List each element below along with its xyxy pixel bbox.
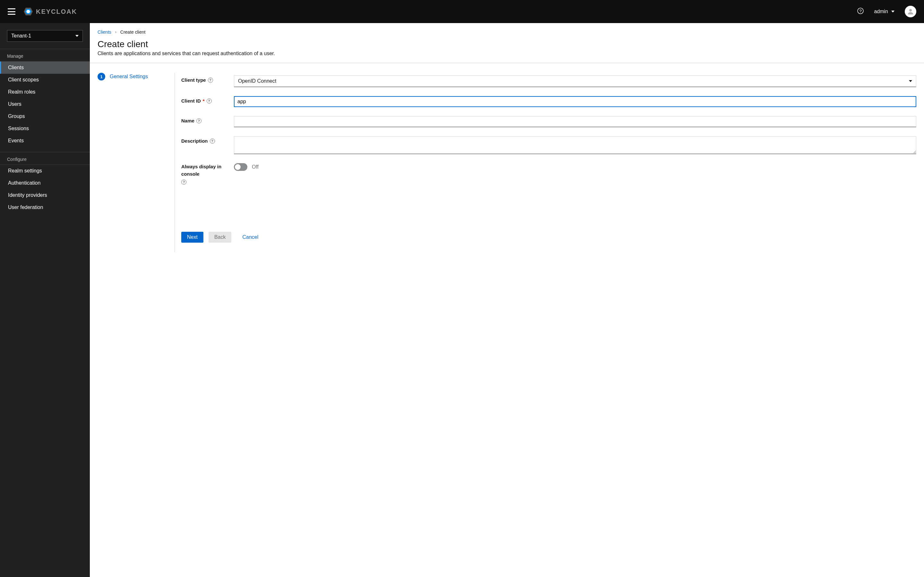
client-id-label: Client ID * ? xyxy=(181,96,233,103)
wizard-nav: 1 General Settings xyxy=(97,73,174,252)
help-icon[interactable]: ? xyxy=(207,98,212,103)
always-display-label: Always display in console ? xyxy=(181,163,233,185)
client-type-select[interactable]: OpenID Connect xyxy=(234,75,916,87)
next-button[interactable]: Next xyxy=(181,232,204,243)
realm-name: Tenant-1 xyxy=(11,33,31,39)
required-indicator: * xyxy=(203,98,205,103)
sidebar-item-sessions[interactable]: Sessions xyxy=(0,122,90,135)
logo[interactable]: KEYCLOAK xyxy=(23,6,77,17)
client-id-input[interactable] xyxy=(234,96,916,107)
sidebar-item-clients[interactable]: Clients xyxy=(0,61,90,74)
chevron-down-icon xyxy=(891,11,895,13)
sidebar-section-manage: Manage xyxy=(0,49,90,61)
sidebar-section-configure: Configure xyxy=(0,152,90,165)
sidebar-item-groups[interactable]: Groups xyxy=(0,110,90,122)
main-content: Clients › Create client Create client Cl… xyxy=(90,23,924,577)
svg-point-5 xyxy=(909,9,912,11)
chevron-down-icon xyxy=(909,80,912,82)
help-icon[interactable]: ? xyxy=(208,77,213,83)
realm-selector[interactable]: Tenant-1 xyxy=(7,30,83,42)
help-icon[interactable]: ? xyxy=(857,8,864,15)
description-label: Description ? xyxy=(181,136,233,143)
sidebar-item-realm-settings[interactable]: Realm settings xyxy=(0,165,90,177)
toggle-state-label: Off xyxy=(252,164,258,170)
breadcrumb-current: Create client xyxy=(120,29,145,35)
wizard-footer: Next Back Cancel xyxy=(181,224,916,243)
sidebar-item-users[interactable]: Users xyxy=(0,98,90,110)
sidebar-item-identity-providers[interactable]: Identity providers xyxy=(0,189,90,201)
page-title: Create client xyxy=(90,37,924,51)
header-right: ? admin xyxy=(857,6,916,17)
keycloak-logo-icon xyxy=(23,6,33,17)
client-type-value: OpenID Connect xyxy=(238,78,276,84)
user-icon xyxy=(907,8,914,15)
client-type-label: Client type ? xyxy=(181,75,233,83)
back-button: Back xyxy=(208,232,232,243)
help-icon[interactable]: ? xyxy=(196,118,202,123)
username-label: admin xyxy=(874,9,888,15)
avatar[interactable] xyxy=(905,6,916,17)
step-number-badge: 1 xyxy=(97,73,105,81)
svg-text:?: ? xyxy=(859,9,862,13)
sidebar-item-realm-roles[interactable]: Realm roles xyxy=(0,86,90,98)
breadcrumb-clients-link[interactable]: Clients xyxy=(97,29,111,35)
chevron-down-icon xyxy=(75,35,79,37)
always-display-toggle[interactable] xyxy=(234,163,247,171)
name-label: Name ? xyxy=(181,116,233,123)
description-input[interactable] xyxy=(234,136,916,154)
name-input[interactable] xyxy=(234,116,916,127)
sidebar: Tenant-1 Manage Clients Client scopes Re… xyxy=(0,23,90,577)
page-description: Clients are applications and services th… xyxy=(90,51,924,63)
step-label: General Settings xyxy=(110,74,148,79)
wizard-step-general-settings[interactable]: 1 General Settings xyxy=(97,73,168,81)
wizard-content: Client type ? OpenID Connect Client ID *… xyxy=(174,73,916,252)
sidebar-item-user-federation[interactable]: User federation xyxy=(0,201,90,213)
top-header: KEYCLOAK ? admin xyxy=(0,0,924,23)
sidebar-item-client-scopes[interactable]: Client scopes xyxy=(0,74,90,86)
chevron-right-icon: › xyxy=(115,30,116,34)
sidebar-item-authentication[interactable]: Authentication xyxy=(0,177,90,189)
logo-text: KEYCLOAK xyxy=(36,8,77,15)
breadcrumb: Clients › Create client xyxy=(90,23,924,37)
hamburger-menu-button[interactable] xyxy=(8,8,15,15)
help-icon[interactable]: ? xyxy=(210,139,215,143)
header-left: KEYCLOAK xyxy=(8,6,77,17)
sidebar-item-events[interactable]: Events xyxy=(0,135,90,147)
help-icon[interactable]: ? xyxy=(181,179,186,185)
user-menu-dropdown[interactable]: admin xyxy=(874,9,895,15)
cancel-button[interactable]: Cancel xyxy=(236,232,264,243)
